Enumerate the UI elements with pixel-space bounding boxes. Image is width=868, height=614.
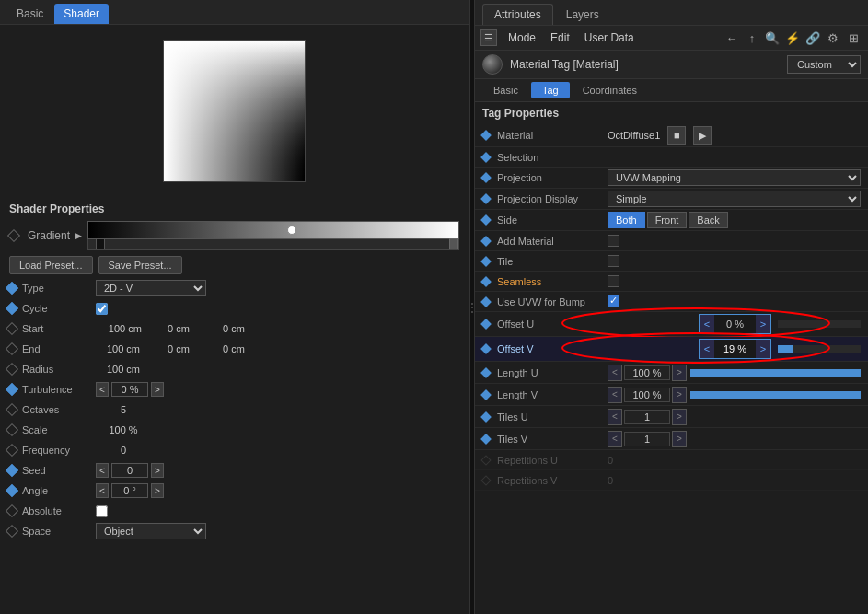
angle-diamond <box>6 484 18 497</box>
end-diamond <box>6 342 18 355</box>
gradient-corner-handle[interactable] <box>449 238 458 249</box>
offset-v-increment[interactable]: > <box>756 340 770 358</box>
prop-absolute: Absolute <box>0 501 469 521</box>
tiles-v-increment[interactable]: > <box>672 431 687 447</box>
offset-u-field: < > <box>699 314 861 334</box>
menu-icon[interactable]: ☰ <box>480 29 497 46</box>
tab-attributes[interactable]: Attributes <box>482 4 553 25</box>
offset-v-bar <box>778 345 861 353</box>
length-u-diamond <box>480 367 491 377</box>
offset-v-diamond <box>480 343 491 353</box>
prop-side: Side Both Front Back <box>475 210 868 231</box>
offset-v-value[interactable] <box>714 340 756 358</box>
start-diamond <box>6 322 18 335</box>
material-picker-btn[interactable]: ■ <box>667 126 686 145</box>
cycle-diamond <box>6 302 18 315</box>
projection-display-select[interactable]: Simple <box>608 191 861 207</box>
prop-repetitions-v: Repetitions V 0 <box>475 470 868 491</box>
turbulence-value[interactable] <box>111 382 148 397</box>
seed-decrement[interactable]: < <box>96 463 109 478</box>
custom-select[interactable]: Custom <box>787 55 861 74</box>
angle-value[interactable] <box>111 483 148 498</box>
prop-material: Material OctDiffuse1 ■ ▶ <box>475 124 868 147</box>
tab-basic[interactable]: Basic <box>7 4 52 24</box>
turbulence-increment[interactable]: > <box>151 382 164 397</box>
seamless-diamond <box>480 276 491 286</box>
edit-menu[interactable]: Edit <box>547 31 573 44</box>
prop-selection: Selection <box>475 147 868 168</box>
seed-value[interactable] <box>111 463 148 478</box>
projection-select[interactable]: UVW Mapping <box>608 169 861 186</box>
expand-icon[interactable]: ⊞ <box>844 29 862 47</box>
section-coordinates[interactable]: Coordinates <box>572 82 648 98</box>
tiles-u-increment[interactable]: > <box>672 409 687 425</box>
offset-u-value[interactable] <box>714 315 756 333</box>
tiles-v-decrement[interactable]: < <box>608 431 622 447</box>
section-tag[interactable]: Tag <box>531 82 570 98</box>
prop-frequency: Frequency 0 <box>0 440 469 460</box>
section-basic[interactable]: Basic <box>482 82 529 98</box>
octaves-diamond <box>6 403 18 416</box>
angle-increment[interactable]: > <box>151 483 164 498</box>
prop-tiles-u: Tiles U < 1 > <box>475 406 868 428</box>
settings-icon[interactable]: ⚙ <box>824 29 842 47</box>
angle-decrement[interactable]: < <box>96 483 109 498</box>
turbulence-diamond <box>6 383 18 396</box>
space-diamond <box>6 525 18 538</box>
up-icon[interactable]: ↑ <box>743 29 761 47</box>
absolute-diamond <box>6 504 18 517</box>
search-icon[interactable]: 🔍 <box>763 29 781 47</box>
prop-use-uvw: Use UVW for Bump <box>475 292 868 312</box>
length-v-decrement[interactable]: < <box>608 387 622 403</box>
tab-layers[interactable]: Layers <box>555 4 610 25</box>
use-uvw-checkbox[interactable] <box>608 295 619 307</box>
side-back[interactable]: Back <box>689 212 727 228</box>
side-both[interactable]: Both <box>608 212 645 228</box>
tab-shader[interactable]: Shader <box>54 4 109 24</box>
gradient-bar[interactable] <box>87 221 459 239</box>
material-ball <box>482 54 503 75</box>
color-picker[interactable] <box>163 40 306 182</box>
tiles-u-value: < 1 > <box>608 409 687 425</box>
type-select[interactable]: 2D - V <box>96 280 206 296</box>
gradient-handle[interactable] <box>287 226 296 235</box>
tile-checkbox[interactable] <box>608 255 619 267</box>
left-tab-bar: Basic Shader <box>0 0 469 25</box>
back-icon[interactable]: ← <box>723 29 741 47</box>
prop-offset-u: Offset U < > <box>475 312 868 337</box>
side-buttons: Both Front Back <box>608 212 728 228</box>
tiles-u-decrement[interactable]: < <box>608 409 622 425</box>
prop-space: Space Object <box>0 521 469 541</box>
seamless-checkbox[interactable] <box>608 275 619 287</box>
add-material-diamond <box>480 236 491 246</box>
turbulence-decrement[interactable]: < <box>96 382 109 397</box>
offset-v-bar-fill <box>778 345 793 353</box>
mode-menu[interactable]: Mode <box>504 31 539 44</box>
link-icon[interactable]: 🔗 <box>804 29 822 47</box>
side-front[interactable]: Front <box>647 212 688 228</box>
absolute-checkbox[interactable] <box>96 505 108 517</box>
offset-u-decrement[interactable]: < <box>700 315 714 333</box>
material-select-btn[interactable]: ▶ <box>693 126 712 145</box>
length-v-increment[interactable]: > <box>672 387 687 403</box>
prop-angle: Angle < > <box>0 481 469 501</box>
load-preset-button[interactable]: Load Preset... <box>9 256 93 274</box>
offset-v-decrement[interactable]: < <box>700 340 714 358</box>
repetitions-u-diamond <box>480 455 491 465</box>
gradient-bottom-handle[interactable] <box>96 238 105 249</box>
prop-end: End 100 cm 0 cm 0 cm <box>0 339 469 359</box>
space-select[interactable]: Object <box>96 523 206 539</box>
offset-u-increment[interactable]: > <box>756 315 770 333</box>
prop-add-material: Add Material <box>475 231 868 251</box>
offset-u-diamond <box>480 319 491 329</box>
right-top-tabs: Attributes Layers <box>475 0 868 26</box>
save-preset-button[interactable]: Save Preset... <box>98 256 182 274</box>
userdata-menu[interactable]: User Data <box>581 31 638 44</box>
seed-increment[interactable]: > <box>151 463 164 478</box>
right-panel: Attributes Layers ☰ Mode Edit User Data … <box>475 0 868 614</box>
length-u-increment[interactable]: > <box>672 365 687 381</box>
add-material-checkbox[interactable] <box>608 235 619 247</box>
filter-icon[interactable]: ⚡ <box>783 29 802 47</box>
cycle-checkbox[interactable] <box>96 303 108 315</box>
length-u-decrement[interactable]: < <box>608 365 622 381</box>
